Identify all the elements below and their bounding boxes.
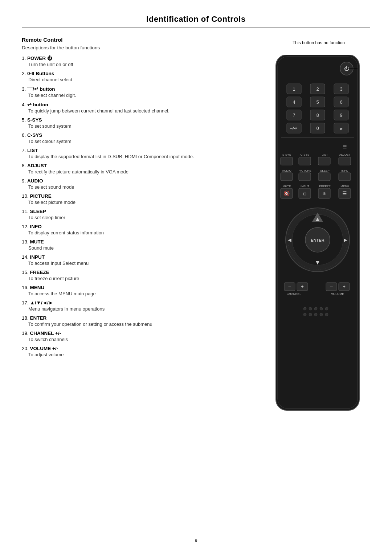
svg-rect-35 <box>299 157 311 165</box>
control-desc-3: To select channel digit. <box>28 93 254 98</box>
svg-text:–/↵: –/↵ <box>290 126 298 131</box>
svg-text:3: 3 <box>340 86 342 92</box>
svg-text:VOLUME: VOLUME <box>331 292 344 296</box>
control-label-20: 20. VOLUME +/- <box>22 346 254 351</box>
svg-text:S-SYS: S-SYS <box>282 153 291 156</box>
control-desc-16: To access the MENU main page <box>28 291 254 296</box>
title-divider <box>22 28 370 28</box>
control-desc-2: Direct channel select <box>28 77 254 82</box>
svg-text:⊡: ⊡ <box>303 192 306 196</box>
svg-text:PICTURE: PICTURE <box>298 169 311 172</box>
control-desc-19: To switch channels <box>28 337 254 342</box>
control-item-9: 9. AUDIO To select sound mode <box>22 178 254 190</box>
control-label-11: 11. SLEEP <box>22 209 254 214</box>
svg-rect-44 <box>318 173 330 181</box>
svg-text:▼: ▼ <box>315 259 320 266</box>
svg-text:5: 5 <box>316 99 319 105</box>
svg-text:INPUT: INPUT <box>301 185 309 188</box>
control-label-6: 6. C-SYS <box>22 132 254 138</box>
control-item-20: 20. VOLUME +/- To adjust volume <box>22 346 254 357</box>
control-desc-1: Turn the unit on or off <box>28 62 254 67</box>
control-item-15: 15. FREEZE To freeze current picture <box>22 270 254 281</box>
svg-rect-42 <box>281 173 293 181</box>
svg-text:1: 1 <box>293 86 295 92</box>
control-desc-10: To select picture mode <box>28 200 254 205</box>
svg-rect-45 <box>339 173 351 181</box>
svg-text:7: 7 <box>293 112 295 118</box>
control-item-11: 11. SLEEP To set sleep timer <box>22 209 254 220</box>
control-item-6: 6. C-SYS To set colour system <box>22 132 254 144</box>
svg-text:AUDIO: AUDIO <box>282 169 291 172</box>
svg-text:☰: ☰ <box>343 144 347 149</box>
svg-point-89 <box>325 313 328 316</box>
control-desc-7: To display the supported format list in … <box>28 154 254 159</box>
svg-text:2: 2 <box>316 86 319 92</box>
control-item-7: 7. LIST To display the supported format … <box>22 148 254 159</box>
svg-point-83 <box>320 307 323 310</box>
control-item-14: 14. INPUT To access Input Select menu <box>22 254 254 266</box>
svg-text:0: 0 <box>316 126 319 131</box>
svg-point-81 <box>309 307 312 310</box>
section-description: Descriptions for the button functions <box>22 45 254 50</box>
control-desc-4: To quickly jump between current channel … <box>28 108 254 114</box>
control-item-17: 17. ▲/▼/◄/► Menu navigators in menu oper… <box>22 300 254 312</box>
control-label-9: 9. AUDIO <box>22 178 254 184</box>
control-label-14: 14. INPUT <box>22 254 254 260</box>
control-desc-13: Sound mute <box>28 245 254 251</box>
control-label-7: 7. LIST <box>22 148 254 153</box>
control-label-16: 16. MENU <box>22 285 254 290</box>
svg-text:ENTER: ENTER <box>311 238 324 242</box>
svg-point-82 <box>314 307 317 310</box>
svg-point-85 <box>303 313 306 316</box>
right-column: This button has no function ⏻ 1 <box>265 37 370 436</box>
control-label-5: 5. S-SYS <box>22 117 254 123</box>
control-desc-18: To confirm your operation or setting or … <box>28 321 254 327</box>
svg-rect-36 <box>318 157 330 165</box>
control-item-8: 8. ADJUST To rectify the picture automat… <box>22 163 254 175</box>
svg-text:C-SYS: C-SYS <box>301 153 309 156</box>
control-desc-14: To access Input Select menu <box>28 260 254 266</box>
svg-point-87 <box>314 313 317 316</box>
control-label-1: 1. POWER ⏻ <box>22 56 254 61</box>
control-desc-12: To display current status information <box>28 230 254 235</box>
svg-text:⇌: ⇌ <box>340 127 343 131</box>
svg-rect-43 <box>299 173 311 181</box>
svg-point-80 <box>303 307 306 310</box>
control-label-12: 12. INFO <box>22 224 254 229</box>
control-label-15: 15. FREEZE <box>22 270 254 275</box>
control-item-5: 5. S-SYS To set sound system <box>22 117 254 129</box>
control-item-10: 10. PICTURE To select picture mode <box>22 193 254 205</box>
control-label-19: 19. CHANNEL +/- <box>22 331 254 336</box>
svg-text:▲: ▲ <box>315 216 320 222</box>
control-item-2: 2. 0-9 Buttons Direct channel select <box>22 71 254 82</box>
svg-rect-37 <box>339 157 351 165</box>
svg-text:SLEEP: SLEEP <box>320 169 330 172</box>
svg-text:🔇: 🔇 <box>283 190 290 197</box>
svg-text:+: + <box>343 284 346 289</box>
page-title: Identification of Controls <box>22 15 370 24</box>
svg-text:4: 4 <box>293 99 295 105</box>
control-desc-8: To rectify the picture automatically in … <box>28 169 254 175</box>
remote-svg: ⏻ 1 2 3 4 5 6 <box>269 55 367 436</box>
control-label-17: 17. ▲/▼/◄/► <box>22 300 254 305</box>
control-desc-20: To adjust volume <box>28 352 254 357</box>
svg-text:LIST: LIST <box>322 153 328 156</box>
callout-text: This button has no function <box>293 40 345 45</box>
svg-text:+: + <box>301 284 304 289</box>
control-label-10: 10. PICTURE <box>22 193 254 199</box>
svg-text:INFO: INFO <box>341 169 348 172</box>
svg-text:9: 9 <box>340 112 342 118</box>
callout-area: This button has no function <box>265 37 370 55</box>
page-container: Identification of Controls Remote Contro… <box>0 0 392 554</box>
control-item-13: 13. MUTE Sound mute <box>22 239 254 251</box>
svg-text:–: – <box>330 284 333 289</box>
page-number: 9 <box>0 538 392 543</box>
svg-text:6: 6 <box>340 99 342 105</box>
section-title: Remote Control <box>22 37 254 43</box>
control-desc-11: To set sleep timer <box>28 215 254 220</box>
control-label-8: 8. ADJUST <box>22 163 254 168</box>
control-item-4: 4. ⇌ button To quickly jump between curr… <box>22 102 254 114</box>
remote-wrapper: ⏻ 1 2 3 4 5 6 <box>265 55 370 436</box>
left-column: Remote Control Descriptions for the butt… <box>22 37 254 436</box>
svg-text:CHANNEL: CHANNEL <box>287 292 302 296</box>
